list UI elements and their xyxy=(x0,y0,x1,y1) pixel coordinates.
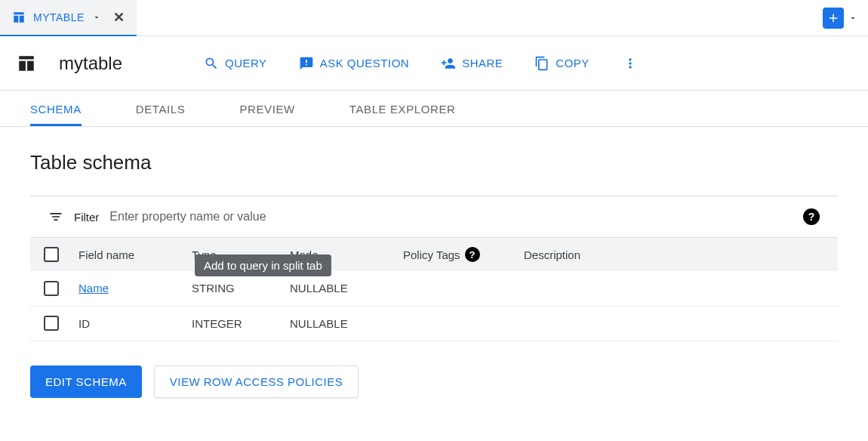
field-description xyxy=(518,271,838,306)
close-icon[interactable]: ✕ xyxy=(113,9,125,26)
field-type: INTEGER xyxy=(186,306,284,341)
edit-schema-button[interactable]: EDIT SCHEMA xyxy=(30,365,142,398)
row-checkbox[interactable] xyxy=(44,316,59,331)
person-add-icon xyxy=(441,56,456,71)
query-button[interactable]: QUERY xyxy=(195,50,276,77)
content-area: Table schema Filter ? Add to query in sp… xyxy=(0,127,868,398)
col-description: Description xyxy=(518,238,838,271)
table-row: ID INTEGER NULLABLE xyxy=(30,306,838,341)
field-tooltip: Add to query in split tab xyxy=(195,254,331,276)
tab-menu-dropdown[interactable] xyxy=(844,14,862,23)
policy-tags-label: Policy Tags xyxy=(403,248,460,261)
copy-icon xyxy=(534,56,549,71)
help-icon[interactable]: ? xyxy=(465,247,480,262)
action-buttons: EDIT SCHEMA VIEW ROW ACCESS POLICIES xyxy=(30,365,838,398)
more-actions-button[interactable] xyxy=(612,50,648,77)
tab-schema[interactable]: SCHEMA xyxy=(30,103,82,126)
query-label: QUERY xyxy=(225,57,267,69)
filter-input[interactable] xyxy=(109,210,793,224)
schema-table-wrapper: Add to query in split tab Field name Typ… xyxy=(30,238,838,341)
filter-label: Filter xyxy=(74,211,99,224)
copy-label: COPY xyxy=(556,57,589,69)
table-icon xyxy=(12,11,26,24)
new-tab-button[interactable] xyxy=(823,8,844,29)
view-row-access-policies-button[interactable]: VIEW ROW ACCESS POLICIES xyxy=(154,365,359,398)
help-icon[interactable]: ? xyxy=(803,208,820,225)
ask-question-button[interactable]: ASK QUESTION xyxy=(290,50,419,77)
chat-icon xyxy=(299,56,314,71)
detail-tabs: SCHEMA DETAILS PREVIEW TABLE EXPLORER xyxy=(0,91,868,127)
col-fieldname: Field name xyxy=(72,238,186,271)
field-mode: NULLABLE xyxy=(284,306,397,341)
tab-preview[interactable]: PREVIEW xyxy=(239,103,294,126)
tab-table-explorer[interactable]: TABLE EXPLORER xyxy=(349,103,456,126)
share-label: SHARE xyxy=(462,57,503,69)
chevron-down-icon[interactable] xyxy=(92,13,101,22)
schema-table: Field name Type Mode Policy Tags ? Descr… xyxy=(30,238,838,341)
field-policy xyxy=(397,306,518,341)
section-title: Table schema xyxy=(30,151,838,174)
tab-details[interactable]: DETAILS xyxy=(136,103,186,126)
table-icon xyxy=(17,54,36,73)
select-all-checkbox[interactable] xyxy=(44,247,59,262)
filter-icon xyxy=(48,209,63,224)
field-description xyxy=(518,306,838,341)
search-icon xyxy=(204,56,219,71)
field-name: ID xyxy=(78,317,90,330)
copy-button[interactable]: COPY xyxy=(525,50,599,77)
editor-tab-strip: MYTABLE ✕ xyxy=(0,0,868,36)
table-header-row: Field name Type Mode Policy Tags ? Descr… xyxy=(30,238,838,271)
col-policy: Policy Tags ? xyxy=(397,238,518,271)
field-name-link[interactable]: Name xyxy=(78,282,109,295)
page-title: mytable xyxy=(59,53,122,74)
field-policy xyxy=(397,271,518,306)
table-row: Name STRING NULLABLE xyxy=(30,271,838,306)
filter-bar: Filter ? xyxy=(30,196,838,238)
row-checkbox[interactable] xyxy=(44,281,59,296)
tab-label: MYTABLE xyxy=(33,11,85,23)
page-header: mytable QUERY ASK QUESTION SHARE COPY xyxy=(0,36,868,91)
editor-tab-mytable[interactable]: MYTABLE ✕ xyxy=(0,0,137,36)
ask-label: ASK QUESTION xyxy=(320,57,410,69)
share-button[interactable]: SHARE xyxy=(432,50,512,77)
